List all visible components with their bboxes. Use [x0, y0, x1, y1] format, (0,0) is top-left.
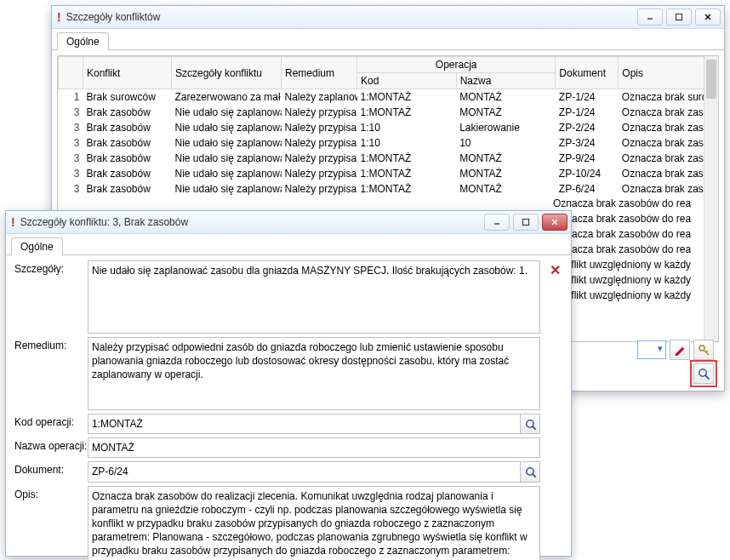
table-row[interactable]: 3Brak zasobówNie udało się zaplanowaNale…	[59, 181, 718, 197]
col-dokument[interactable]: Dokument	[556, 57, 619, 89]
tab-general[interactable]: Ogólne	[11, 237, 63, 255]
edit-button[interactable]	[670, 340, 690, 360]
col-operacja[interactable]: Operacja	[357, 57, 556, 73]
maximize-button[interactable]	[513, 214, 539, 231]
label-nazwa: Nazwa operacji:	[14, 437, 88, 452]
opis-field[interactable]	[88, 486, 540, 560]
nazwa-operacji-field[interactable]	[88, 437, 540, 458]
label-remedium: Remedium:	[14, 337, 88, 351]
kod-operacji-field[interactable]	[88, 414, 521, 434]
col-nazwa[interactable]: Nazwa	[456, 73, 556, 89]
conflict-form: Szczegóły: ✕ Remedium: Kod operacji: Naz…	[6, 255, 571, 560]
table-row[interactable]: 3Brak zasobówNie udało się zaplanowaNale…	[59, 166, 718, 181]
dokument-lookup-button[interactable]	[521, 461, 540, 482]
toolbar	[637, 340, 714, 384]
maximize-button[interactable]	[666, 9, 692, 26]
scrollbar-thumb[interactable]	[706, 60, 716, 99]
filter-combo[interactable]	[637, 340, 666, 359]
label-szczegoly: Szczegóły:	[14, 260, 88, 275]
table-row[interactable]: Oznacza brak zasobów do rea	[550, 226, 703, 242]
col-konflikt[interactable]: Konflikt	[83, 57, 172, 89]
tab-strip: Ogólne	[52, 29, 724, 50]
szczegoly-field[interactable]	[88, 260, 540, 334]
alert-icon: !	[11, 215, 15, 229]
col-remedium[interactable]: Remedium	[282, 57, 357, 89]
alert-icon: !	[57, 10, 61, 24]
label-kod: Kod operacji:	[14, 414, 88, 428]
label-dokument: Dokument:	[14, 461, 88, 476]
titlebar[interactable]: ! Szczegóły konfliktu: 3, Brak zasobów	[6, 211, 571, 234]
table-row[interactable]: 3Brak zasobówNie udało się zaplanowaNale…	[59, 135, 718, 151]
col-kod[interactable]: Kod	[357, 73, 457, 89]
window-title: Szczegóły konfliktów	[66, 11, 634, 23]
tab-general[interactable]: Ogólne	[57, 32, 109, 50]
table-row[interactable]: Konflikt uwzględniony w każdy	[550, 257, 703, 272]
col-szczegoly[interactable]: Szczegóły konfliktu	[172, 57, 282, 89]
grid-scrollbar[interactable]	[704, 56, 718, 341]
titlebar[interactable]: ! Szczegóły konfliktów	[52, 6, 724, 29]
col-opis[interactable]: Opis	[619, 57, 718, 89]
minimize-button[interactable]	[637, 9, 663, 26]
close-button[interactable]	[542, 214, 567, 231]
table-row[interactable]: 3Brak zasobówNie udało się zaplanowaNale…	[59, 105, 718, 120]
remedium-field[interactable]	[88, 337, 540, 410]
table-row[interactable]: Konflikt uwzględniony w każdy	[550, 272, 703, 288]
kod-lookup-button[interactable]	[521, 414, 540, 434]
details-button[interactable]	[693, 363, 714, 384]
minimize-button[interactable]	[484, 214, 510, 231]
table-row[interactable]: 3Brak zasobówNie udało się zaplanowaNale…	[59, 120, 718, 135]
table-row[interactable]: 3Brak zasobówNie udało się zaplanowaNale…	[59, 151, 718, 166]
table-row[interactable]: Oznacza brak zasobów do rea	[550, 211, 703, 226]
key-button[interactable]	[693, 340, 714, 360]
table-row[interactable]: Konflikt uwzględniony w każdy	[550, 288, 703, 303]
discard-button[interactable]: ✕	[545, 260, 564, 279]
dokument-field[interactable]	[88, 461, 521, 482]
table-row[interactable]: 1Brak surowcówZarezerwowano za małNależy…	[59, 89, 718, 106]
close-button[interactable]	[695, 9, 721, 26]
table-row[interactable]: Oznacza brak zasobów do rea	[550, 196, 703, 211]
table-row[interactable]: Oznacza brak zasobów do rea	[550, 242, 703, 257]
conflict-detail-window: ! Szczegóły konfliktu: 3, Brak zasobów O…	[5, 210, 572, 557]
tab-strip: Ogólne	[6, 234, 571, 255]
window-title: Szczegóły konfliktu: 3, Brak zasobów	[20, 216, 481, 228]
label-opis: Opis:	[14, 486, 88, 500]
